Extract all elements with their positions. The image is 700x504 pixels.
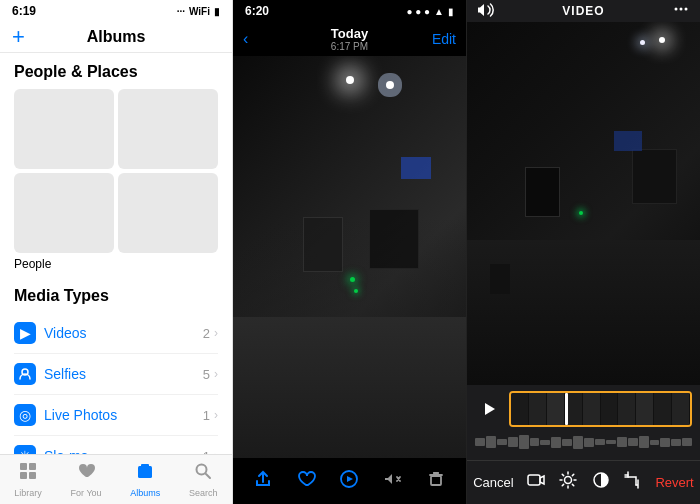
tab-albums[interactable]: Albums (130, 461, 160, 498)
brightness-icon[interactable] (558, 470, 578, 495)
svg-point-9 (197, 465, 207, 475)
waveform-bar (682, 438, 692, 446)
photo-main (233, 56, 466, 458)
waveform-bar (584, 438, 594, 447)
status-time-albums: 6:19 (12, 4, 36, 18)
waveform-bar (628, 438, 638, 446)
waveform-bar (530, 438, 540, 446)
video-play-button[interactable] (475, 395, 503, 423)
svg-point-16 (565, 477, 572, 484)
library-label: Library (14, 488, 42, 498)
search-icon (193, 461, 213, 486)
frame-6 (601, 393, 619, 425)
video-light-1 (659, 37, 665, 43)
list-item-slomo[interactable]: ✳ Slo-mo 1 › (14, 436, 218, 454)
live-photos-icon: ◎ (14, 404, 36, 426)
favorite-button[interactable] (296, 469, 316, 494)
video-light-2 (640, 40, 645, 45)
waveform-bar (573, 436, 583, 449)
live-photos-count: 1 (203, 408, 210, 423)
status-icons-albums: ··· WiFi ▮ (177, 6, 220, 17)
revert-button[interactable]: Revert (655, 475, 693, 490)
volume-icon[interactable] (477, 1, 495, 22)
photo-time: 6:17 PM (331, 41, 368, 52)
waveform-bar (660, 438, 670, 447)
svg-point-13 (680, 7, 683, 10)
status-bar-photo: 6:20 ● ● ● ▲ ▮ (233, 0, 466, 22)
wifi-icon: WiFi (189, 6, 210, 17)
delete-button[interactable] (426, 469, 446, 494)
selfies-icon (14, 363, 36, 385)
status-bar-albums: 6:19 ··· WiFi ▮ (0, 0, 232, 22)
waveform-bar (519, 435, 529, 449)
video-title: VIDEO (562, 4, 604, 18)
battery-icon: ▮ (214, 6, 220, 17)
back-button[interactable]: ‹ (243, 30, 248, 48)
chevron-right-icon: › (214, 408, 218, 422)
photo-status-icons: ● ● ● ▲ ▮ (406, 6, 454, 17)
wifi-icon-photo: ▲ (434, 6, 444, 17)
foryou-label: For You (71, 488, 102, 498)
add-album-button[interactable]: + (12, 24, 25, 50)
svg-point-14 (685, 7, 688, 10)
status-bar-video: VIDEO (467, 0, 700, 22)
tab-search[interactable]: Search (189, 461, 218, 498)
color-adjust-icon[interactable] (591, 470, 611, 495)
crop-icon[interactable] (623, 470, 643, 495)
svg-rect-11 (431, 476, 441, 485)
media-types-list: ▶ Videos 2 › Selfies 5 › ◎ Live Photos 1… (14, 313, 218, 454)
frame-2 (529, 393, 547, 425)
people-thumb-2[interactable] (118, 89, 218, 169)
albums-header: + Albums (0, 22, 232, 53)
selfies-label: Selfies (44, 366, 86, 382)
more-button[interactable] (672, 0, 690, 23)
photo-panel: 6:20 ● ● ● ▲ ▮ ‹ Today 6:17 PM Edit (233, 0, 467, 504)
chevron-right-icon: › (214, 367, 218, 381)
people-thumb-4[interactable] (118, 173, 218, 253)
people-thumb-1[interactable] (14, 89, 114, 169)
camera-icon[interactable] (526, 470, 546, 495)
video-action-bar: Cancel Revert (467, 460, 700, 504)
list-item-live-photos[interactable]: ◎ Live Photos 1 › (14, 395, 218, 436)
cancel-button[interactable]: Cancel (473, 475, 513, 490)
waveform-bar (650, 440, 660, 445)
edit-button[interactable]: Edit (432, 31, 456, 47)
tab-library[interactable]: Library (14, 461, 42, 498)
svg-rect-5 (20, 472, 27, 479)
mute-button[interactable] (383, 469, 403, 494)
albums-icon (135, 461, 155, 486)
foryou-icon (76, 461, 96, 486)
waveform-bar (508, 437, 518, 447)
list-item-selfies[interactable]: Selfies 5 › (14, 354, 218, 395)
svg-rect-4 (29, 463, 36, 470)
svg-rect-7 (138, 466, 152, 478)
frame-10 (672, 393, 690, 425)
chevron-right-icon: › (214, 326, 218, 340)
albums-panel: 6:19 ··· WiFi ▮ + Albums People & Places… (0, 0, 233, 504)
svg-point-12 (675, 7, 678, 10)
media-types-title: Media Types (14, 287, 218, 305)
signal-icon-photo: ● ● ● (406, 6, 430, 17)
video-panel: VIDEO (467, 0, 700, 504)
waveform-bar (475, 438, 485, 446)
timeline-frames (511, 393, 690, 425)
video-timeline[interactable] (509, 391, 692, 427)
frame-8 (636, 393, 654, 425)
list-item-videos[interactable]: ▶ Videos 2 › (14, 313, 218, 354)
play-button[interactable] (339, 469, 359, 494)
waveform-bar (486, 436, 496, 448)
waveform-bar (562, 439, 572, 446)
waveform-bar (671, 439, 681, 446)
svg-rect-15 (528, 475, 540, 485)
albums-tab-label: Albums (130, 488, 160, 498)
video-preview (467, 22, 700, 385)
svg-rect-6 (29, 472, 36, 479)
photo-background (233, 56, 466, 458)
people-thumb-3[interactable] (14, 173, 114, 253)
share-button[interactable] (253, 469, 273, 494)
selfies-count: 5 (203, 367, 210, 382)
frame-7 (618, 393, 636, 425)
tab-foryou[interactable]: For You (71, 461, 102, 498)
photo-lights (346, 76, 354, 84)
timeline-handle[interactable] (565, 393, 568, 425)
